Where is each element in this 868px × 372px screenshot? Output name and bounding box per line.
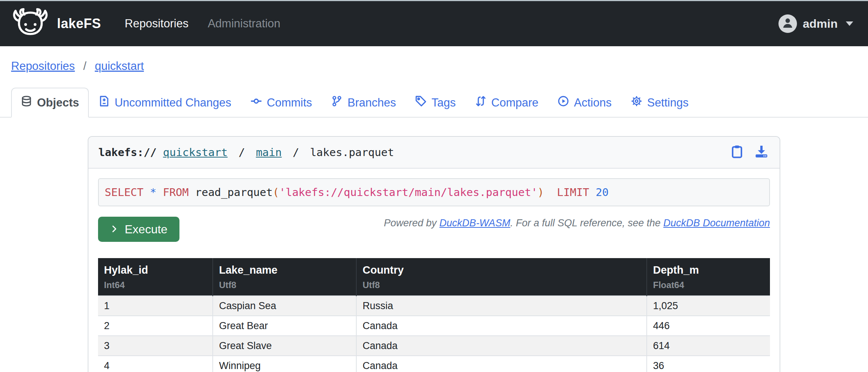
table-cell: Canada — [356, 356, 647, 372]
table-cell: Caspian Sea — [213, 296, 356, 316]
avatar — [778, 14, 797, 33]
duckdb-wasm-link[interactable]: DuckDB-WASM — [440, 217, 511, 229]
tab-label: Branches — [347, 96, 396, 109]
chevron-right-icon — [110, 223, 119, 236]
duckdb-docs-link[interactable]: DuckDB Documentation — [663, 217, 770, 229]
tab-settings[interactable]: Settings — [621, 88, 698, 118]
column-header-depth-m: Depth_m Float64 — [647, 258, 770, 296]
path-separator: / — [293, 146, 299, 159]
repo-tabbar: Objects Uncommitted Changes Commits Bran… — [0, 88, 868, 118]
brand-name: lakeFS — [57, 16, 101, 31]
table-cell: 446 — [647, 316, 770, 336]
table-row: 4 Winnipeg Canada 36 — [98, 356, 770, 372]
person-icon — [781, 16, 794, 31]
tab-actions[interactable]: Actions — [548, 88, 621, 118]
nav-administration[interactable]: Administration — [208, 17, 280, 30]
database-icon — [21, 95, 32, 110]
table-cell: 1,025 — [647, 296, 770, 316]
table-row: 3 Great Slave Canada 614 — [98, 336, 770, 356]
object-path-header: lakefs:// quickstart / main / lakes.parq… — [88, 137, 780, 169]
tab-label: Commits — [267, 96, 312, 109]
path-object-name: lakes.parquet — [310, 146, 394, 159]
table-cell: 1 — [98, 296, 213, 316]
powered-by-note: Powered by DuckDB-WASM. For a full SQL r… — [384, 217, 770, 229]
table-cell: 36 — [647, 356, 770, 372]
lakefs-logo[interactable]: lakeFS — [11, 8, 101, 39]
play-circle-icon — [558, 95, 569, 110]
object-viewer-card: lakefs:// quickstart / main / lakes.parq… — [88, 136, 780, 372]
table-cell: 614 — [647, 336, 770, 356]
sql-token: ( — [273, 186, 279, 199]
gear-icon — [631, 95, 642, 110]
object-actions — [730, 145, 768, 160]
nav-repositories[interactable]: Repositories — [125, 17, 188, 30]
tab-objects[interactable]: Objects — [11, 88, 89, 118]
path-separator: / — [239, 146, 245, 159]
username-label: admin — [803, 17, 838, 31]
path-ref-link[interactable]: main — [256, 146, 282, 159]
breadcrumb-repositories[interactable]: Repositories — [11, 60, 75, 72]
column-header-lake-name: Lake_name Utf8 — [213, 258, 356, 296]
tab-label: Uncommitted Changes — [115, 96, 231, 109]
tab-tags[interactable]: Tags — [406, 88, 465, 118]
execute-row: Execute Powered by DuckDB-WASM. For a fu… — [98, 217, 770, 242]
commit-icon — [250, 95, 262, 110]
git-branch-icon — [331, 95, 343, 110]
table-cell: Canada — [356, 336, 647, 356]
sql-token: 20 — [596, 186, 609, 199]
tab-label: Actions — [574, 96, 612, 109]
sql-query-input[interactable]: SELECT * FROM read_parquet('lakefs://qui… — [98, 178, 770, 206]
sql-token: LIMIT — [557, 186, 589, 199]
file-diff-icon — [98, 95, 110, 110]
sql-token: * — [150, 186, 156, 199]
breadcrumb-separator: / — [83, 60, 87, 72]
tab-label: Settings — [647, 96, 689, 109]
clipboard-copy-icon[interactable] — [730, 145, 744, 160]
path-scheme: lakefs:// — [98, 146, 157, 159]
compare-arrows-icon — [475, 95, 487, 110]
execute-label: Execute — [125, 223, 168, 236]
table-cell: 3 — [98, 336, 213, 356]
sql-token: SELECT — [105, 186, 144, 199]
sql-token: ) — [538, 186, 544, 199]
sql-token: read_parquet — [189, 186, 273, 199]
tab-commits[interactable]: Commits — [241, 88, 322, 118]
tab-label: Objects — [37, 96, 79, 109]
breadcrumb: Repositories / quickstart — [11, 60, 868, 73]
sql-token: 'lakefs://quickstart/main/lakes.parquet' — [279, 186, 537, 199]
main-nav: Repositories Administration — [125, 17, 280, 30]
path-repo-link[interactable]: quickstart — [163, 146, 228, 159]
results-table-header: Hylak_id Int64 Lake_name Utf8 Country Ut… — [98, 258, 770, 296]
download-icon[interactable] — [754, 145, 768, 160]
execute-button[interactable]: Execute — [98, 217, 179, 242]
tab-branches[interactable]: Branches — [322, 88, 406, 118]
table-cell: Canada — [356, 316, 647, 336]
caret-down-icon — [846, 21, 853, 26]
navbar: lakeFS Repositories Administration admin — [0, 1, 868, 46]
table-cell: Great Bear — [213, 316, 356, 336]
table-row: 2 Great Bear Canada 446 — [98, 316, 770, 336]
tab-label: Compare — [491, 96, 539, 109]
tab-compare[interactable]: Compare — [465, 88, 548, 118]
breadcrumb-quickstart[interactable]: quickstart — [95, 60, 144, 72]
column-header-hylak-id: Hylak_id Int64 — [98, 258, 213, 296]
table-cell: 4 — [98, 356, 213, 372]
tab-label: Tags — [431, 96, 455, 109]
tag-icon — [415, 95, 427, 110]
object-viewer-body: SELECT * FROM read_parquet('lakefs://qui… — [88, 169, 780, 372]
results-table: Hylak_id Int64 Lake_name Utf8 Country Ut… — [98, 258, 770, 372]
table-row: 1 Caspian Sea Russia 1,025 — [98, 296, 770, 316]
table-cell: Winnipeg — [213, 356, 356, 372]
table-cell: Russia — [356, 296, 647, 316]
axolotl-icon — [11, 8, 50, 39]
table-cell: Great Slave — [213, 336, 356, 356]
column-header-country: Country Utf8 — [356, 258, 647, 296]
tab-uncommitted-changes[interactable]: Uncommitted Changes — [89, 88, 241, 118]
sql-token: FROM — [163, 186, 189, 199]
object-path: lakefs:// quickstart / main / lakes.parq… — [98, 146, 394, 159]
table-cell: 2 — [98, 316, 213, 336]
user-menu[interactable]: admin — [778, 14, 853, 33]
